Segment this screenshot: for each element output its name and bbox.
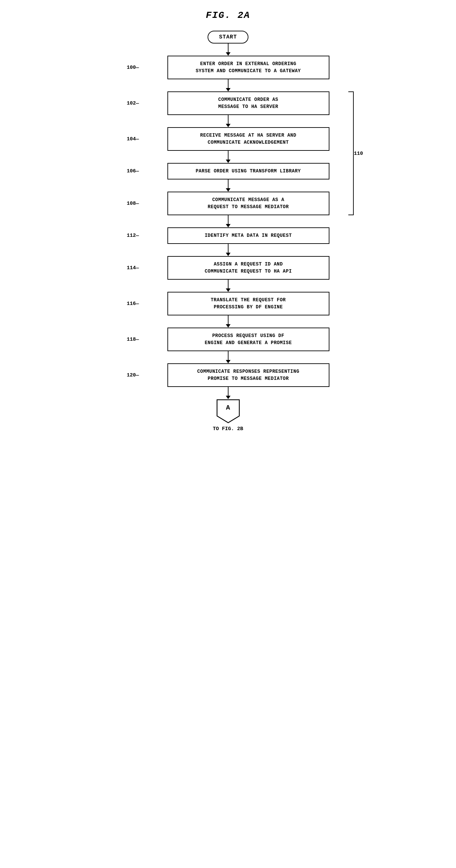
box-106: PARSE ORDER USING TRANSFORM LIBRARY [167, 163, 329, 179]
label-104: 104— [127, 136, 139, 142]
row-118: 118— PROCESS REQUEST USING DFENGINE AND … [127, 328, 329, 351]
arrow-104-106 [226, 151, 231, 163]
page: FIG. 2A START 100— ENTER ORDER IN EXTERN… [113, 7, 343, 432]
label-118: 118— [127, 337, 139, 342]
label-112: 112— [127, 233, 139, 239]
label-106: 106— [127, 168, 139, 174]
arrow-108-112 [226, 215, 231, 227]
label-120: 120— [127, 372, 139, 378]
box-116: TRANSLATE THE REQUEST FORPROCESSING BY D… [167, 292, 329, 315]
label-116: 116— [127, 301, 139, 307]
arrow-112-114 [226, 244, 231, 256]
row-106: 106— PARSE ORDER USING TRANSFORM LIBRARY [127, 163, 329, 179]
bracket-group-110: 110 102— COMMUNICATE ORDER ASMESSAGE TO … [127, 91, 329, 215]
row-104: 104— RECEIVE MESSAGE AT HA SERVER ANDCOM… [127, 127, 329, 151]
arrow-118-120 [226, 351, 231, 363]
box-104: RECEIVE MESSAGE AT HA SERVER ANDCOMMUNIC… [167, 127, 329, 151]
box-102: COMMUNICATE ORDER ASMESSAGE TO HA SERVER [167, 91, 329, 115]
connector-a: A [216, 399, 240, 423]
arrow-106-108 [226, 179, 231, 192]
box-118: PROCESS REQUEST USING DFENGINE AND GENER… [167, 328, 329, 351]
bracket-110-line [348, 91, 354, 215]
label-102: 102— [127, 101, 139, 106]
arrow-116-118 [226, 315, 231, 328]
start-terminal: START [208, 31, 248, 44]
to-fig-label: TO FIG. 2B [213, 426, 243, 432]
box-112: IDENTIFY META DATA IN REQUEST [167, 227, 329, 244]
row-108: 108— COMMUNICATE MESSAGE AS AREQUEST TO … [127, 192, 329, 215]
row-102: 102— COMMUNICATE ORDER ASMESSAGE TO HA S… [127, 91, 329, 115]
figure-title: FIG. 2A [113, 10, 343, 21]
flowchart: START 100— ENTER ORDER IN EXTERNAL ORDER… [113, 31, 343, 432]
label-100: 100— [127, 65, 139, 71]
box-108: COMMUNICATE MESSAGE AS AREQUEST TO MESSA… [167, 192, 329, 215]
row-112: 112— IDENTIFY META DATA IN REQUEST [127, 227, 329, 244]
row-100: 100— ENTER ORDER IN EXTERNAL ORDERINGSYS… [127, 56, 329, 79]
box-100: ENTER ORDER IN EXTERNAL ORDERINGSYSTEM A… [167, 56, 329, 79]
box-120: COMMUNICATE RESPONSES REPRESENTINGPROMIS… [167, 363, 329, 387]
connector-a-label: A [226, 404, 230, 412]
arrow-start-to-100 [226, 44, 231, 56]
row-120: 120— COMMUNICATE RESPONSES REPRESENTINGP… [127, 363, 329, 387]
row-116: 116— TRANSLATE THE REQUEST FORPROCESSING… [127, 292, 329, 315]
arrow-114-116 [226, 280, 231, 292]
label-114: 114— [127, 265, 139, 271]
row-114: 114— ASSIGN A REQUEST ID ANDCOMMUNICATE … [127, 256, 329, 280]
box-114: ASSIGN A REQUEST ID ANDCOMMUNICATE REQUE… [167, 256, 329, 280]
arrow-102-104 [226, 115, 231, 127]
arrow-100-102 [226, 79, 231, 91]
arrow-120-connector [226, 387, 231, 399]
label-108: 108— [127, 201, 139, 206]
bracket-label-110: 110 [354, 150, 363, 156]
